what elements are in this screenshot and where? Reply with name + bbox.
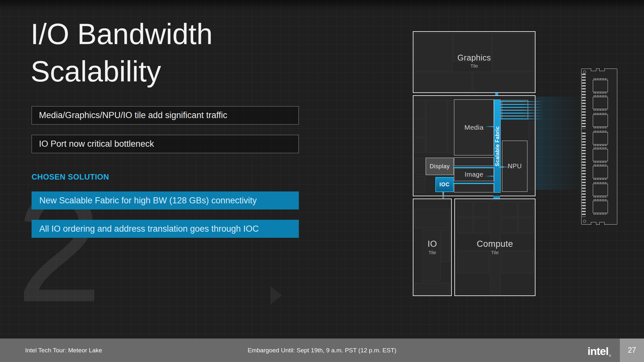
memory-line [501, 116, 543, 116]
solution-bar-1-text: New Scalable Fabric for high BW (128 GBs… [39, 196, 257, 206]
solution-heading: CHOSEN SOLUTION [32, 172, 109, 181]
die-pattern-block [422, 230, 440, 281]
intel-logo-text: intel [587, 345, 608, 357]
die-pattern-block [414, 158, 425, 175]
compute-tile-name: Compute [455, 239, 535, 249]
image-fabric-connector [485, 176, 494, 177]
media-block: Media [454, 99, 494, 155]
memory-line [501, 104, 543, 105]
problem-box-2-text: IO Port now critical bottleneck [39, 139, 154, 149]
die-pattern-block [415, 72, 472, 92]
play-triangle-icon [270, 286, 282, 304]
io-tile: IO Tile [413, 199, 452, 296]
media-label: Media [464, 124, 484, 131]
footer-bar: Intel Tech Tour: Meteor Lake Embargoed U… [0, 339, 644, 362]
die-pattern-block [518, 218, 534, 233]
page-title: I/O Bandwidth Scalability [31, 15, 320, 90]
dimm-pins [582, 133, 586, 217]
title-line-2: Scalability [31, 53, 320, 90]
display-block: Display [426, 158, 454, 175]
npu-label: NPU [508, 162, 522, 170]
die-pattern-block [414, 119, 425, 137]
soc-tile: Media Image Display IOC Scalable Fabric [413, 95, 535, 196]
problem-box-2: IO Port now critical bottleneck [32, 135, 299, 153]
footer-embargo: Embargoed Until: Sept 19th, 9 a.m. PST (… [248, 339, 396, 362]
solution-bar-2: All IO ordering and address translation … [32, 220, 299, 238]
title-line-1: I/O Bandwidth [31, 15, 320, 53]
page-number: 27 [620, 339, 644, 362]
dimm-hole [583, 220, 586, 223]
image-block: Image [454, 168, 494, 181]
display-label: Display [430, 163, 450, 170]
memory-module-icon [581, 69, 617, 225]
soc-sub-block [454, 183, 494, 192]
memory-chip [593, 115, 608, 127]
die-pattern-block [448, 100, 453, 153]
memory-chip [593, 184, 608, 196]
graphics-tile-name: Graphics [413, 53, 535, 62]
io-tile-label: IO Tile [413, 239, 451, 255]
io-tile-sub: Tile [413, 250, 451, 255]
media-fabric-connector [485, 126, 494, 127]
memory-line [501, 113, 543, 114]
memory-chip [593, 149, 608, 161]
memory-line [501, 107, 543, 108]
soc-sub-block [454, 157, 494, 166]
scalable-fabric-label: Scalable Fabric [495, 126, 500, 166]
die-pattern-block [414, 138, 425, 153]
dimm-notch [591, 222, 596, 225]
npu-fabric-connector [499, 166, 504, 168]
display-fabric-connector [454, 167, 494, 168]
memory-chip [593, 201, 608, 213]
memory-chip [593, 166, 608, 178]
memory-line [501, 101, 543, 102]
graphics-tile: Graphics Tile [413, 31, 535, 93]
registered-mark: ® [609, 354, 611, 357]
solution-bar-2-text: All IO ordering and address translation … [39, 224, 259, 234]
footer-event: Intel Tech Tour: Meteor Lake [25, 339, 102, 362]
io-tile-name: IO [413, 239, 451, 249]
graphics-tile-label: Graphics Tile [413, 53, 535, 69]
memory-chip [593, 80, 608, 92]
die-pattern-block [414, 100, 425, 118]
dimm-notch [599, 222, 605, 225]
npu-connector-fade [504, 167, 512, 167]
die-pattern-block [474, 218, 489, 233]
graphics-tile-sub: Tile [413, 63, 535, 69]
dimm-hole [583, 70, 586, 73]
die-pattern-block [414, 176, 425, 192]
slide: 2 I/O Bandwidth Scalability Media/Graphi… [0, 0, 644, 362]
die-pattern-block [518, 202, 534, 217]
memory-chip [593, 132, 608, 144]
die-pattern-block [458, 218, 473, 233]
compute-tile: Compute Tile [454, 199, 535, 296]
die-pattern-block [415, 209, 450, 228]
ioc-fabric-connector [454, 183, 494, 184]
die-pattern-block [473, 72, 534, 92]
die-pattern-block [529, 122, 535, 189]
scalable-fabric-bar: Scalable Fabric [494, 99, 501, 193]
dimm-pins [582, 74, 586, 129]
image-label: Image [465, 171, 483, 178]
memory-chip [593, 97, 608, 109]
die-pattern-block [474, 202, 489, 217]
die-pattern-block [502, 218, 517, 233]
npu-block: NPU [502, 141, 527, 192]
intel-logo: intel® [587, 339, 611, 362]
die-pattern-block [458, 202, 473, 217]
dimm-notch [599, 68, 605, 71]
problem-box-1: Media/Graphics/NPU/IO tile add significa… [32, 106, 299, 125]
memory-line [501, 110, 543, 111]
die-pattern-block [502, 202, 517, 217]
ioc-label: IOC [440, 182, 450, 188]
compute-tile-label: Compute Tile [455, 239, 535, 255]
dimm-notch [591, 68, 596, 71]
solution-bar-1: New Scalable Fabric for high BW (128 GBs… [32, 191, 299, 209]
memory-line [501, 118, 543, 119]
die-pattern-block [426, 100, 447, 153]
compute-tile-sub: Tile [455, 250, 535, 255]
top-shade [0, 0, 644, 11]
die-pattern-block [415, 283, 450, 295]
ioc-block: IOC [435, 177, 454, 192]
problem-box-1-text: Media/Graphics/NPU/IO tile add significa… [39, 110, 227, 120]
